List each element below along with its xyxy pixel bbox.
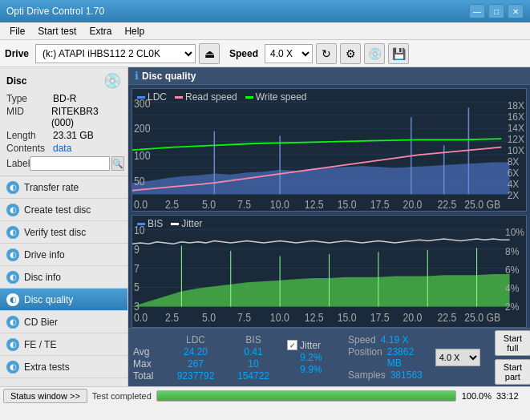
- jitter-col-header: Jitter: [300, 340, 321, 351]
- nav-icon-create-test-disc: ◐: [6, 204, 19, 216]
- status-window-button[interactable]: Status window >>: [3, 389, 87, 403]
- legend-jitter: Jitter: [171, 218, 202, 229]
- svg-text:12.5: 12.5: [305, 312, 324, 325]
- legend-ldc: LDC: [137, 91, 167, 103]
- nav-icon-cd-bier: ◐: [6, 316, 19, 329]
- jitter-header-row: ✓ Jitter: [287, 340, 335, 351]
- y2-axis-10pct: 10%: [505, 227, 524, 238]
- settings-button[interactable]: ⚙: [340, 43, 361, 64]
- bis-max: 10: [229, 358, 277, 370]
- content-area: ℹ Disc quality LDC Read speed: [128, 67, 530, 386]
- nav-icon-drive-info: ◐: [6, 248, 19, 261]
- type-value: BD-R: [53, 93, 76, 104]
- save-button[interactable]: 💾: [388, 43, 409, 64]
- nav-label-cd-bier: CD Bier: [24, 317, 58, 328]
- label-input[interactable]: [30, 156, 110, 171]
- progress-bar-fill: [157, 391, 455, 401]
- start-part-button[interactable]: Start part: [495, 359, 530, 385]
- nav-create-test-disc[interactable]: ◐ Create test disc: [0, 199, 127, 221]
- svg-text:22.5: 22.5: [438, 198, 457, 211]
- app-title: Opti Drive Control 1.70: [6, 6, 104, 17]
- length-label: Length: [6, 130, 53, 141]
- ldc-stats-col: LDC 24.20 267 9237792: [172, 334, 220, 382]
- refresh-button[interactable]: ↻: [316, 43, 337, 64]
- status-time: 33:12: [496, 391, 527, 401]
- chart2-wrapper: BIS Jitter 10% 8% 6% 4% 2%: [131, 215, 527, 328]
- nav-label-extra-tests: Extra tests: [24, 361, 70, 373]
- nav-fe-te[interactable]: ◐ FE / TE: [0, 333, 127, 356]
- y-axis-18x: 18X: [508, 100, 524, 111]
- close-button[interactable]: ✕: [508, 4, 524, 18]
- stats-bar: Avg Max Total LDC 24.20 267 9237792 BIS …: [128, 328, 530, 386]
- legend-write: Write speed: [245, 91, 307, 103]
- label-search-button[interactable]: 🔍: [111, 156, 124, 171]
- row-labels-col: Avg Max Total: [133, 334, 162, 382]
- jitter-max: 9.9%: [287, 364, 335, 375]
- speed-select[interactable]: 4.0 X: [265, 44, 313, 63]
- avg-label: Avg: [133, 346, 162, 357]
- max-label: Max: [133, 358, 162, 370]
- menu-help[interactable]: Help: [118, 24, 151, 38]
- nav-extra-tests[interactable]: ◐ Extra tests: [0, 356, 127, 378]
- mid-value: RITEKBR3 (000): [51, 106, 121, 128]
- progress-bar-container: [156, 390, 456, 402]
- action-buttons-col: Start full Start part: [495, 330, 530, 385]
- nav-icon-disc-info: ◐: [6, 271, 19, 284]
- svg-text:7: 7: [134, 262, 140, 275]
- ldc-color: [137, 96, 145, 99]
- position-value: 23862 MB: [387, 346, 423, 369]
- svg-marker-8: [132, 162, 510, 194]
- nav-label-fe-te: FE / TE: [24, 339, 56, 350]
- y2-axis-2pct: 2%: [505, 301, 524, 313]
- menu-bar: File Start test Extra Help: [0, 22, 530, 40]
- read-color: [175, 96, 183, 99]
- nav-cd-bier[interactable]: ◐ CD Bier: [0, 311, 127, 333]
- y-axis-16x: 16X: [508, 111, 524, 123]
- menu-file[interactable]: File: [3, 24, 31, 38]
- nav-transfer-rate[interactable]: ◐ Transfer rate: [0, 176, 127, 199]
- bis-label: BIS: [148, 218, 163, 229]
- speed-select-col: 4.0 X: [435, 349, 480, 366]
- svg-text:0.0: 0.0: [134, 198, 148, 211]
- minimize-button[interactable]: —: [469, 4, 485, 18]
- jitter-avg: 9.2%: [287, 352, 335, 363]
- read-label: Read speed: [185, 91, 237, 103]
- jitter-section: ✓ Jitter 9.2% 9.9%: [287, 340, 335, 376]
- nav-verify-test-disc[interactable]: ◐ Verify test disc: [0, 221, 127, 244]
- svg-marker-34: [132, 274, 510, 306]
- menu-start-test[interactable]: Start test: [31, 24, 83, 38]
- bis-col-header: BIS: [229, 334, 277, 345]
- svg-text:3: 3: [134, 301, 140, 313]
- drive-select[interactable]: (k:) ATAPI iHBS112 2 CL0K: [35, 44, 196, 63]
- svg-text:22.5: 22.5: [438, 312, 457, 325]
- bis-avg: 0.41: [229, 346, 277, 357]
- chart1-legend: LDC Read speed Write speed: [137, 91, 307, 103]
- speed-value: 4.19 X: [381, 334, 409, 345]
- nav-disc-info[interactable]: ◐ Disc info: [0, 266, 127, 289]
- y-axis-8x: 8X: [508, 156, 524, 168]
- menu-extra[interactable]: Extra: [83, 24, 118, 38]
- svg-text:10.0: 10.0: [270, 312, 289, 325]
- nav-drive-info[interactable]: ◐ Drive info: [0, 244, 127, 266]
- ldc-avg: 24.20: [172, 346, 220, 357]
- start-full-button[interactable]: Start full: [495, 330, 530, 356]
- chart-container: LDC Read speed Write speed 18X 16X 14X: [128, 85, 530, 328]
- stats-speed-select[interactable]: 4.0 X: [435, 349, 480, 366]
- eject-button[interactable]: ⏏: [199, 43, 220, 64]
- contents-value: data: [53, 143, 71, 154]
- progress-percent: 100.0%: [461, 391, 492, 401]
- spacer-label: [133, 334, 162, 345]
- y2-axis-8pct: 8%: [505, 246, 524, 257]
- nav-icon-extra-tests: ◐: [6, 361, 19, 374]
- dq-icon: ℹ: [135, 70, 139, 82]
- maximize-button[interactable]: □: [488, 4, 504, 18]
- y-axis-10x: 10X: [508, 145, 524, 156]
- disc-button[interactable]: 💿: [364, 43, 385, 64]
- ldc-col-header: LDC: [172, 334, 220, 345]
- jitter-color: [171, 223, 179, 225]
- nav-disc-quality[interactable]: ◐ Disc quality: [0, 289, 127, 311]
- ldc-max: 267: [172, 358, 220, 370]
- speed-label: Speed: [229, 48, 258, 59]
- svg-text:5.0: 5.0: [202, 312, 216, 325]
- jitter-checkbox[interactable]: ✓: [287, 340, 297, 350]
